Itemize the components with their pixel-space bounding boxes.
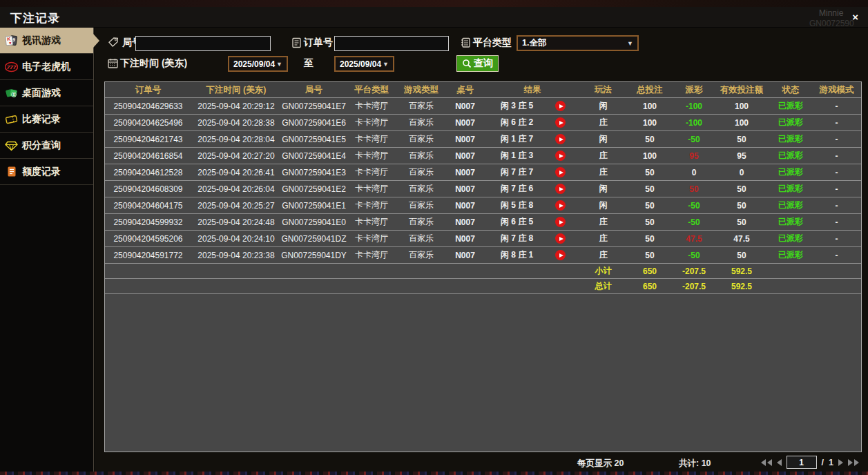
play-video-button[interactable] bbox=[555, 233, 566, 244]
query-button[interactable]: 查询 bbox=[456, 55, 499, 72]
cell-platform: 卡卡湾厅 bbox=[347, 247, 396, 263]
cell-valid: 0 bbox=[714, 164, 769, 180]
close-icon[interactable]: × bbox=[852, 11, 858, 23]
sidebar-item-points-query[interactable]: 积分查询 bbox=[0, 133, 93, 159]
total-row: 总计650-207.5592.5 bbox=[105, 279, 861, 294]
chevron-down-icon: ▼ bbox=[627, 40, 633, 47]
sidebar-item-slots[interactable]: 777 电子老虎机 bbox=[0, 54, 93, 80]
cell-game: 百家乐 bbox=[396, 164, 446, 180]
cell-order: 250904204608309 bbox=[105, 181, 191, 197]
order-number-input[interactable] bbox=[334, 36, 449, 51]
col-header: 派彩 bbox=[674, 82, 714, 97]
sidebar-item-table-games[interactable]: $ 桌面游戏 bbox=[0, 80, 93, 106]
play-icon bbox=[559, 121, 563, 125]
page-number-input[interactable] bbox=[787, 456, 817, 469]
play-video-button[interactable] bbox=[555, 117, 566, 128]
cell-status: 已派彩 bbox=[769, 214, 812, 230]
cell-game: 百家乐 bbox=[396, 115, 446, 130]
cell-table_no: N007 bbox=[446, 98, 484, 114]
cell-order: 250904204616854 bbox=[105, 148, 191, 164]
cell-mode: - bbox=[812, 197, 861, 213]
first-page-icon[interactable] bbox=[761, 459, 772, 466]
cell-platform: 卡卡湾厅 bbox=[347, 98, 396, 114]
page-size-label: 每页显示 20 bbox=[577, 458, 624, 469]
cell-order: 250904204625496 bbox=[105, 115, 191, 130]
play-video-button[interactable] bbox=[555, 217, 566, 227]
cell-table_no: N007 bbox=[446, 197, 484, 213]
cell-order: 250904204604175 bbox=[105, 197, 191, 213]
cell-mode: - bbox=[812, 148, 861, 164]
cell-table_no: N007 bbox=[446, 164, 484, 180]
cell-status: 已派彩 bbox=[769, 115, 812, 130]
cell-result: 闲 6 庄 5 bbox=[484, 214, 581, 230]
cell-game: 百家乐 bbox=[396, 231, 446, 246]
last-page-icon[interactable] bbox=[848, 459, 859, 466]
total-total-bet: 650 bbox=[626, 279, 674, 293]
cell-result: 闲 3 庄 5 bbox=[484, 98, 581, 114]
cell-valid: 100 bbox=[714, 115, 769, 130]
dialog-titlebar: 下注记录 × bbox=[0, 7, 868, 28]
cell-mode: - bbox=[812, 247, 861, 263]
prev-page-icon[interactable] bbox=[777, 459, 782, 466]
cell-table_no: N007 bbox=[446, 214, 484, 230]
cell-status: 已派彩 bbox=[769, 231, 812, 246]
to-label: 至 bbox=[304, 57, 314, 70]
play-video-button[interactable] bbox=[555, 200, 566, 211]
cell-order: 250904204612528 bbox=[105, 164, 191, 180]
cell-round: GN007259041E7 bbox=[281, 98, 347, 114]
sidebar-item-credit-records[interactable]: 额度记录 bbox=[0, 159, 93, 185]
result-text: 闲 7 庄 8 bbox=[484, 233, 550, 244]
round-number-input[interactable] bbox=[135, 36, 271, 51]
background-game-strip-top bbox=[0, 0, 868, 7]
cell-payout: -50 bbox=[674, 214, 714, 230]
cell-time: 2025-09-04 20:26:41 bbox=[191, 164, 281, 180]
cell-time: 2025-09-04 20:28:04 bbox=[191, 131, 281, 147]
pager-controls: / 1 bbox=[761, 456, 859, 469]
chevron-down-icon: ▼ bbox=[276, 61, 282, 68]
table-header-row: 订单号下注时间 (美东)局号平台类型游戏类型桌号结果玩法总投注派彩有效投注额状态… bbox=[105, 82, 861, 98]
play-video-button[interactable] bbox=[555, 167, 566, 177]
sidebar-item-match-records[interactable]: 比赛记录 bbox=[0, 106, 93, 133]
sidebar-item-live-games[interactable]: 9 K ♥ 视讯游戏 bbox=[0, 28, 93, 54]
search-icon bbox=[462, 59, 472, 68]
document-icon bbox=[5, 166, 18, 178]
date-from-value: 2025/09/04 bbox=[233, 59, 275, 69]
play-icon bbox=[559, 237, 563, 241]
subtotal-label: 小计 bbox=[581, 264, 626, 278]
cell-status: 已派彩 bbox=[769, 131, 812, 147]
subtotal-valid-bet: 592.5 bbox=[714, 264, 769, 278]
date-from-select[interactable]: 2025/09/04 ▼ bbox=[228, 56, 288, 72]
play-video-button[interactable] bbox=[555, 151, 566, 161]
total-pages-label: 1 bbox=[829, 458, 833, 467]
cell-status: 已派彩 bbox=[769, 181, 812, 197]
cell-game: 百家乐 bbox=[396, 131, 446, 147]
play-video-button[interactable] bbox=[555, 101, 566, 111]
cell-table_no: N007 bbox=[446, 115, 484, 130]
date-to-select[interactable]: 2025/09/04 ▼ bbox=[334, 56, 394, 72]
cell-platform: 卡卡湾厅 bbox=[347, 131, 396, 147]
cell-order: 250904204591772 bbox=[105, 247, 191, 263]
cell-time: 2025-09-04 20:26:04 bbox=[191, 181, 281, 197]
result-text: 闲 1 庄 3 bbox=[484, 150, 550, 162]
next-page-icon[interactable] bbox=[838, 459, 843, 466]
play-video-button[interactable] bbox=[555, 134, 566, 144]
platform-type-select[interactable]: 1.全部 ▼ bbox=[517, 35, 639, 51]
total-payout: -207.5 bbox=[674, 279, 714, 293]
order-number-icon bbox=[291, 37, 302, 48]
col-header: 有效投注额 bbox=[714, 82, 769, 97]
cell-result: 闲 7 庄 8 bbox=[484, 231, 581, 246]
total-valid-bet: 592.5 bbox=[714, 279, 769, 293]
play-video-button[interactable] bbox=[555, 184, 566, 194]
table-row: 2509042045917722025-09-04 20:23:38GN0072… bbox=[105, 247, 861, 264]
play-video-button[interactable] bbox=[555, 250, 566, 260]
cell-bet: 50 bbox=[626, 164, 674, 180]
cell-status: 已派彩 bbox=[769, 197, 812, 213]
sidebar-item-label: 积分查询 bbox=[22, 139, 61, 152]
date-to-value: 2025/09/04 bbox=[340, 59, 381, 69]
table-empty-area bbox=[105, 294, 861, 452]
result-text: 闲 5 庄 8 bbox=[484, 200, 550, 211]
cell-valid: 100 bbox=[714, 98, 769, 114]
bet-time-label: 下注时间 (美东) bbox=[120, 57, 187, 70]
ticket-icon bbox=[5, 113, 18, 126]
cell-round: GN007259041E2 bbox=[281, 181, 347, 197]
